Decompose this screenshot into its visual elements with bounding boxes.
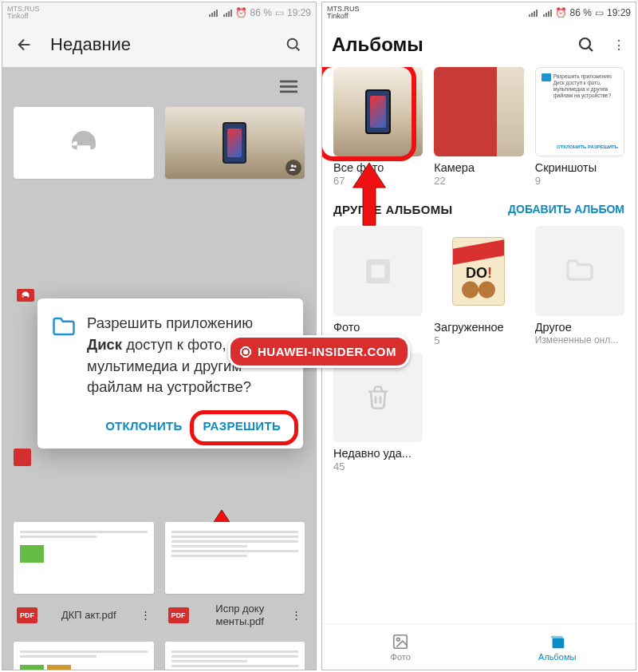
file-row-pdf-2[interactable]: PDF Испр доку менты.pdf ⋮ [165,598,305,632]
carrier-2: Tinkoff [7,13,29,20]
status-bar: MTS.RUS Tinkoff ⏰ 86 % ▭ 19:29 [2,2,316,22]
deny-button[interactable]: ОТКЛОНИТЬ [97,413,190,439]
battery-icon: ▭ [275,7,284,18]
headphones-icon [68,127,100,159]
bottom-nav: Фото Альбомы [322,623,636,670]
svg-rect-8 [372,264,385,278]
back-icon[interactable] [12,32,37,57]
svg-rect-2 [280,85,297,88]
signal-2-icon [543,9,552,17]
file-card-audio[interactable] [14,107,154,179]
header-left: Недавние [2,22,316,67]
file-row-pdf-1[interactable]: PDF ДКП акт.pdf ⋮ [14,598,154,632]
allow-button[interactable]: РАЗРЕШИТЬ [195,413,289,439]
more-icon[interactable]: ⋮ [140,609,151,621]
more-icon[interactable]: ⋮ [612,32,626,57]
annotation-arrow-album [351,163,388,227]
clock-text: 19:29 [607,7,631,18]
watermark-badge: HUAWEI-INSIDER.COM [228,335,410,368]
clock-text: 19:29 [287,7,311,18]
signal-icon [529,9,538,17]
battery-icon: ▭ [595,7,604,18]
signal-2-icon [223,9,232,17]
photo-thumb [223,122,246,164]
nav-albums[interactable]: Альбомы [479,624,636,670]
svg-rect-12 [551,635,563,638]
more-icon[interactable]: ⋮ [291,609,301,621]
snack-thumb: DO! [452,237,505,306]
pdf-icon [14,449,31,466]
permission-dialog: Разрешить приложению Диск доступ к фото,… [37,298,303,449]
album-trash[interactable]: Недавно уда... 45 [333,353,423,472]
gallery-icon [362,255,394,287]
trash-icon [364,383,392,412]
svg-rect-11 [552,638,564,648]
battery-text: 86 % [570,7,592,18]
doc-preview-3[interactable] [14,642,154,670]
folder-icon [564,255,596,287]
status-bar: MTS.RUS Tinkoff ⏰ 86 % ▭ 19:29 [322,2,636,22]
file-card-photo[interactable] [165,107,305,179]
search-icon[interactable] [573,32,599,57]
pdf-icon: PDF [168,607,189,623]
alarm-icon: ⏰ [555,7,567,18]
album-camera[interactable]: Камера 22 [434,67,523,187]
album-screenshots[interactable]: Разрешить приложению Диск доступ к фото,… [535,67,624,187]
doc-preview-2[interactable] [165,522,305,594]
nav-photos[interactable]: Фото [322,624,479,670]
folder-icon [542,73,551,81]
shared-icon [286,160,301,176]
svg-point-10 [397,638,400,641]
album-photos[interactable]: Фото 3 [333,226,423,346]
svg-rect-9 [394,634,408,648]
view-list-icon[interactable] [276,73,301,99]
battery-text: 86 % [250,7,272,18]
svg-point-4 [291,164,294,168]
add-album-button[interactable]: ДОБАВИТЬ АЛЬБОМ [508,203,624,216]
page-title: Недавние [50,34,268,55]
album-downloads[interactable]: DO! Загруженное 5 [434,226,523,346]
search-icon[interactable] [281,32,306,57]
svg-rect-3 [280,91,297,93]
audio-badge-icon [17,289,34,302]
doc-preview-1[interactable] [14,522,154,594]
folder-icon [52,316,76,337]
svg-point-0 [288,39,297,49]
album-other[interactable]: Другое Измененные онл... [535,226,624,346]
alarm-icon: ⏰ [235,7,247,18]
doc-preview-4[interactable] [165,642,305,670]
svg-point-6 [580,38,590,49]
albums-icon [549,633,566,650]
page-title: Альбомы [332,34,561,56]
pdf-icon: PDF [17,607,37,623]
svg-rect-1 [280,81,297,83]
header-right: Альбомы ⋮ [322,22,636,67]
carrier-2: Tinkoff [327,13,349,20]
photo-icon [392,633,409,650]
svg-point-5 [294,165,297,168]
signal-icon [209,9,218,17]
